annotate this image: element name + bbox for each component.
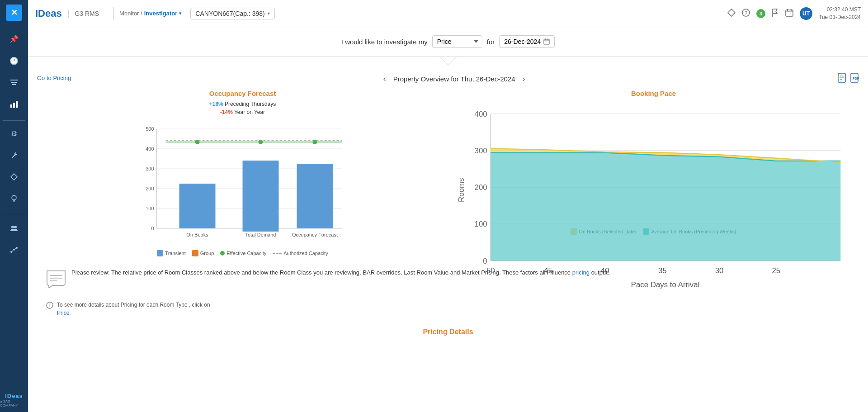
next-date-arrow[interactable]: › (523, 74, 525, 84)
svg-text:0: 0 (151, 226, 154, 231)
sidebar-item-bulb[interactable] (5, 189, 23, 208)
prev-date-arrow[interactable]: ‹ (383, 74, 386, 84)
calendar-icon[interactable] (785, 9, 793, 19)
booking-pace-section: Booking Pace 0 100 (453, 90, 854, 256)
legend-group: Group (192, 250, 214, 256)
legend-transient-label: Transient (165, 251, 185, 256)
overview-header: ‹ Property Overview for Thu, 26-Dec-2024… (71, 74, 837, 84)
svg-point-12 (10, 251, 12, 253)
brand-sub-text: a SAS COMPANY (0, 399, 28, 407)
svg-text:100: 100 (146, 206, 154, 211)
svg-text:Rooms: Rooms (457, 178, 466, 202)
svg-text:300: 300 (146, 166, 154, 171)
svg-text:40: 40 (601, 266, 609, 275)
legend-transient: Transient (157, 250, 185, 256)
booking-pace-svg: 0 100 200 300 400 Rooms (453, 100, 854, 308)
svg-rect-4 (13, 103, 15, 108)
legend-group-box (192, 250, 198, 256)
svg-text:Pace Days to Arrival: Pace Days to Arrival (631, 280, 700, 289)
svg-point-10 (11, 226, 14, 228)
sidebar-item-analytics[interactable] (5, 241, 23, 259)
investigate-dropdown[interactable]: Price Occupancy Revenue (432, 35, 482, 48)
sidebar-divider-2 (3, 215, 25, 215)
export-pdf-icon[interactable]: PDF (850, 73, 859, 85)
legend-group-label: Group (200, 251, 214, 256)
header-property-selector[interactable]: CANYON667(Cap.: 398) ▾ (190, 8, 274, 19)
svg-text:45: 45 (544, 266, 552, 275)
header-nav: Monitor / Investigator ▾ (119, 10, 181, 17)
investigate-bar: I would like to investigate my Price Occ… (28, 27, 868, 57)
svg-text:200: 200 (475, 183, 487, 192)
sidebar-item-group[interactable] (5, 219, 23, 237)
sidebar-divider-1 (3, 120, 25, 121)
booking-pace-title: Booking Pace (453, 90, 854, 97)
svg-text:i: i (49, 303, 50, 308)
svg-point-7 (12, 195, 16, 200)
price-link[interactable]: Price (57, 310, 69, 316)
notification-badge[interactable]: 3 (756, 9, 765, 18)
sidebar-logo-icon[interactable]: ✕ (6, 5, 22, 21)
svg-text:35: 35 (658, 266, 667, 275)
svg-marker-17 (728, 9, 735, 16)
svg-text:On Books: On Books (186, 232, 208, 237)
svg-text:100: 100 (475, 220, 487, 228)
legend-effective: Effective Capacity (220, 251, 266, 256)
occupancy-chart-section: Occupancy Forecast +18% Preceding Thursd… (42, 90, 443, 256)
sidebar-item-clock[interactable]: 🕐 (5, 52, 23, 70)
pricing-details-title: Pricing Details (37, 324, 859, 343)
svg-point-11 (14, 226, 17, 228)
sidebar: ✕ 📌 🕐 ⚙ IDeas a SAS COMPANY (0, 0, 28, 412)
help-icon[interactable]: ? (742, 9, 750, 19)
bar-occupancy-forecast (297, 164, 333, 228)
svg-text:400: 400 (475, 110, 487, 118)
svg-text:300: 300 (475, 147, 487, 155)
svg-point-13 (13, 249, 15, 251)
diamond-nav-icon[interactable] (727, 9, 736, 19)
sidebar-item-wrench[interactable] (5, 146, 23, 164)
overview-title: Property Overview for Thu, 26-Dec-2024 (393, 75, 515, 83)
legend-transient-box (157, 250, 163, 256)
legend-authorized-label: Authorized Capacity (283, 251, 328, 256)
date-value: 26-Dec-2024 (504, 38, 541, 45)
nav-current-label[interactable]: Investigator ▾ (144, 10, 182, 17)
sidebar-item-filter[interactable] (5, 73, 23, 91)
export-icons: PDF (837, 73, 859, 85)
header-right-actions: ? 3 UT 02:32:40 MST Tue 03-Dec-2024 (727, 6, 861, 21)
export-doc-icon[interactable] (837, 73, 846, 85)
go-pricing-link[interactable]: Go to Pricing (37, 75, 71, 81)
svg-text:30: 30 (715, 266, 724, 275)
brand-logo-text: IDeas (5, 393, 23, 399)
svg-line-15 (12, 250, 13, 251)
main-area: IDeas | G3 RMS Monitor / Investigator ▾ … (28, 0, 868, 412)
svg-rect-3 (10, 104, 12, 108)
info-text-content: To see more details about Pricing for ea… (57, 301, 210, 317)
for-label: for (487, 38, 495, 46)
bar-on-books (179, 184, 216, 228)
svg-line-16 (15, 248, 16, 249)
header-logo-separator: | (67, 9, 70, 18)
svg-text:500: 500 (146, 126, 154, 132)
sidebar-item-pin[interactable]: 📌 (5, 30, 23, 48)
pointer-triangle (439, 57, 457, 66)
flag-icon[interactable] (772, 9, 779, 19)
svg-rect-5 (16, 101, 18, 108)
user-avatar[interactable]: UT (800, 7, 812, 20)
nav-dropdown-arrow: ▾ (179, 11, 181, 16)
svg-text:50: 50 (486, 266, 495, 275)
bar-total-demand (243, 161, 279, 232)
sidebar-item-chart[interactable] (5, 95, 23, 113)
calendar-input-icon (543, 38, 550, 45)
info-circle-icon: i (46, 302, 53, 310)
header-g3-text: G3 RMS (75, 10, 99, 17)
property-dropdown-icon: ▾ (268, 11, 270, 16)
svg-text:400: 400 (146, 146, 154, 152)
sidebar-item-gear[interactable]: ⚙ (5, 124, 23, 142)
occupancy-chart-subtitle: +18% Preceding Thursdays -14% Year on Ye… (42, 100, 443, 116)
sidebar-item-diamond[interactable] (5, 168, 23, 186)
svg-rect-24 (544, 39, 549, 44)
svg-marker-6 (11, 174, 17, 180)
sidebar-bottom: IDeas a SAS COMPANY (0, 388, 28, 407)
svg-rect-20 (786, 10, 793, 16)
date-input-container[interactable]: 26-Dec-2024 (499, 35, 555, 48)
nav-parent-label: Monitor / (119, 10, 142, 17)
